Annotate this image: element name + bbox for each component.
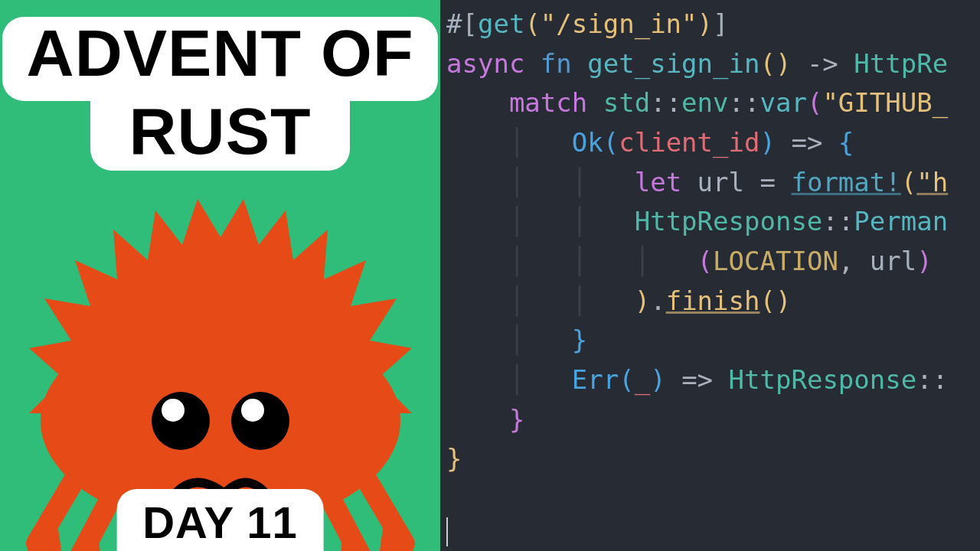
title-box-top: ADVENT OF bbox=[2, 17, 439, 101]
svg-point-7 bbox=[162, 399, 185, 422]
code-panel: #[get("/sign_in")] async fn get_sign_in(… bbox=[440, 0, 980, 551]
title-line-1: ADVENT OF bbox=[27, 20, 414, 87]
code-block: #[get("/sign_in")] async fn get_sign_in(… bbox=[440, 0, 980, 479]
day-badge: DAY 11 bbox=[116, 489, 324, 551]
svg-point-6 bbox=[231, 392, 289, 450]
left-panel: ADVENT OF RUST bbox=[0, 0, 440, 551]
svg-point-8 bbox=[241, 399, 264, 422]
title-wrap: ADVENT OF RUST bbox=[2, 0, 439, 171]
text-cursor bbox=[446, 517, 448, 546]
svg-point-5 bbox=[152, 392, 210, 450]
title-line-2: RUST bbox=[129, 98, 311, 165]
